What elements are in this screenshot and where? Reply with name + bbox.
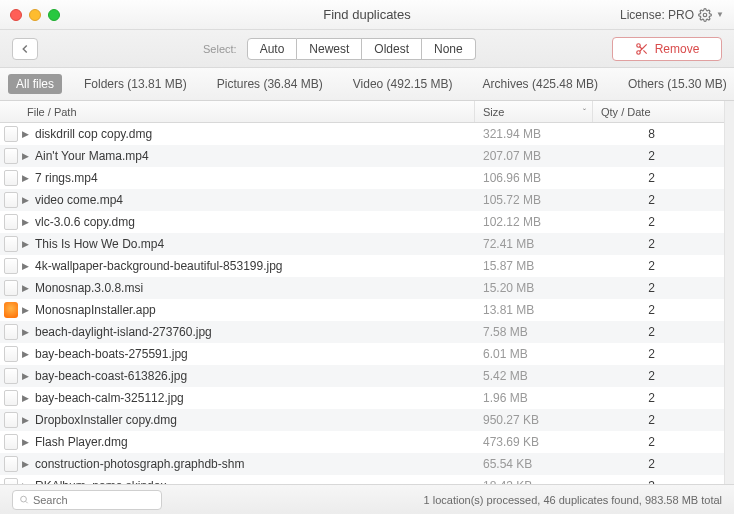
segment-oldest[interactable]: Oldest bbox=[362, 38, 422, 60]
file-type-icon bbox=[0, 214, 22, 230]
fullscreen-icon[interactable] bbox=[48, 9, 60, 21]
disclosure-icon[interactable]: ▶ bbox=[22, 437, 29, 447]
file-size: 15.87 MB bbox=[475, 259, 593, 273]
table-row[interactable]: ▶MonosnapInstaller.app13.81 MB2 bbox=[0, 299, 724, 321]
tab-pictures[interactable]: Pictures (36.84 MB) bbox=[209, 74, 331, 94]
file-name: Ain't Your Mama.mp4 bbox=[35, 149, 149, 163]
disclosure-icon[interactable]: ▶ bbox=[22, 371, 29, 381]
disclosure-icon[interactable]: ▶ bbox=[22, 129, 29, 139]
select-label: Select: bbox=[203, 43, 237, 55]
disclosure-icon[interactable]: ▶ bbox=[22, 459, 29, 469]
toolbar: Select: Auto Newest Oldest None Remove bbox=[0, 30, 734, 68]
column-qty[interactable]: Qty / Date bbox=[593, 101, 724, 122]
tab-archives[interactable]: Archives (425.48 MB) bbox=[475, 74, 606, 94]
disclosure-icon[interactable]: ▶ bbox=[22, 327, 29, 337]
file-type-icon bbox=[0, 126, 22, 142]
file-qty: 2 bbox=[593, 325, 724, 339]
table-row[interactable]: ▶4k-wallpaper-background-beautiful-85319… bbox=[0, 255, 724, 277]
table-row[interactable]: ▶bay-beach-calm-325112.jpg1.96 MB2 bbox=[0, 387, 724, 409]
svg-point-1 bbox=[636, 43, 640, 47]
file-name: bay-beach-coast-613826.jpg bbox=[35, 369, 187, 383]
disclosure-icon[interactable]: ▶ bbox=[22, 195, 29, 205]
table-row[interactable]: ▶RKAlbum_name.skindex18.43 KB3 bbox=[0, 475, 724, 484]
disclosure-icon[interactable]: ▶ bbox=[22, 239, 29, 249]
scissors-icon bbox=[635, 42, 649, 56]
table-row[interactable]: ▶Flash Player.dmg473.69 KB2 bbox=[0, 431, 724, 453]
file-qty: 2 bbox=[593, 281, 724, 295]
file-size: 65.54 KB bbox=[475, 457, 593, 471]
disclosure-icon[interactable]: ▶ bbox=[22, 261, 29, 271]
tab-video[interactable]: Video (492.15 MB) bbox=[345, 74, 461, 94]
table-row[interactable]: ▶bay-beach-coast-613826.jpg5.42 MB2 bbox=[0, 365, 724, 387]
file-name: 4k-wallpaper-background-beautiful-853199… bbox=[35, 259, 283, 273]
file-size: 321.94 MB bbox=[475, 127, 593, 141]
svg-line-5 bbox=[639, 46, 641, 48]
svg-line-4 bbox=[643, 50, 646, 53]
tab-others[interactable]: Others (15.30 MB) bbox=[620, 74, 734, 94]
file-name: diskdrill cop copy.dmg bbox=[35, 127, 152, 141]
disclosure-icon[interactable]: ▶ bbox=[22, 217, 29, 227]
file-name: MonosnapInstaller.app bbox=[35, 303, 156, 317]
table-row[interactable]: ▶ Ain't Your Mama.mp4207.07 MB2 bbox=[0, 145, 724, 167]
disclosure-icon[interactable]: ▶ bbox=[22, 349, 29, 359]
file-name: beach-daylight-island-273760.jpg bbox=[35, 325, 212, 339]
table-row[interactable]: ▶bay-beach-boats-275591.jpg6.01 MB2 bbox=[0, 343, 724, 365]
remove-label: Remove bbox=[655, 42, 700, 56]
arrow-left-icon bbox=[18, 42, 32, 56]
category-tabs: All files Folders (13.81 MB) Pictures (3… bbox=[0, 68, 734, 101]
file-name: construction-photosgraph.graphdb-shm bbox=[35, 457, 244, 471]
file-size: 473.69 KB bbox=[475, 435, 593, 449]
file-name: vlc-3.0.6 copy.dmg bbox=[35, 215, 135, 229]
segment-auto[interactable]: Auto bbox=[247, 38, 298, 60]
search-field[interactable] bbox=[12, 490, 162, 510]
file-qty: 2 bbox=[593, 149, 724, 163]
chevron-down-icon: ▼ bbox=[716, 10, 724, 19]
column-size-label: Size bbox=[483, 106, 504, 118]
disclosure-icon[interactable]: ▶ bbox=[22, 393, 29, 403]
segment-none[interactable]: None bbox=[422, 38, 476, 60]
table-row[interactable]: ▶This Is How We Do.mp472.41 MB2 bbox=[0, 233, 724, 255]
scrollbar[interactable] bbox=[724, 101, 734, 484]
close-icon[interactable] bbox=[10, 9, 22, 21]
file-size: 207.07 MB bbox=[475, 149, 593, 163]
tab-folders[interactable]: Folders (13.81 MB) bbox=[76, 74, 195, 94]
column-size[interactable]: Size ˇ bbox=[475, 101, 593, 122]
table-row[interactable]: ▶diskdrill cop copy.dmg321.94 MB8 bbox=[0, 123, 724, 145]
file-name: Flash Player.dmg bbox=[35, 435, 128, 449]
file-type-icon bbox=[0, 368, 22, 384]
table-row[interactable]: ▶construction-photosgraph.graphdb-shm65.… bbox=[0, 453, 724, 475]
disclosure-icon[interactable]: ▶ bbox=[22, 305, 29, 315]
table-row[interactable]: ▶vlc-3.0.6 copy.dmg102.12 MB2 bbox=[0, 211, 724, 233]
table-row[interactable]: ▶video come.mp4105.72 MB2 bbox=[0, 189, 724, 211]
file-qty: 2 bbox=[593, 303, 724, 317]
sort-desc-icon: ˇ bbox=[583, 107, 586, 117]
table-row[interactable]: ▶beach-daylight-island-273760.jpg7.58 MB… bbox=[0, 321, 724, 343]
disclosure-icon[interactable]: ▶ bbox=[22, 151, 29, 161]
file-size: 106.96 MB bbox=[475, 171, 593, 185]
minimize-icon[interactable] bbox=[29, 9, 41, 21]
file-type-icon bbox=[0, 346, 22, 362]
remove-button[interactable]: Remove bbox=[612, 37, 722, 61]
table-row[interactable]: ▶Monosnap.3.0.8.msi15.20 MB2 bbox=[0, 277, 724, 299]
tab-all-files[interactable]: All files bbox=[8, 74, 62, 94]
svg-line-7 bbox=[26, 501, 28, 503]
search-icon bbox=[19, 494, 29, 505]
file-name: 7 rings.mp4 bbox=[35, 171, 98, 185]
footer: 1 location(s) processed, 46 duplicates f… bbox=[0, 484, 734, 514]
back-button[interactable] bbox=[12, 38, 38, 60]
file-qty: 2 bbox=[593, 215, 724, 229]
table-row[interactable]: ▶DropboxInstaller copy.dmg950.27 KB2 bbox=[0, 409, 724, 431]
disclosure-icon[interactable]: ▶ bbox=[22, 173, 29, 183]
svg-point-2 bbox=[636, 50, 640, 54]
file-type-icon bbox=[0, 412, 22, 428]
file-type-icon bbox=[0, 192, 22, 208]
disclosure-icon[interactable]: ▶ bbox=[22, 415, 29, 425]
svg-point-0 bbox=[703, 13, 707, 17]
column-file[interactable]: File / Path bbox=[0, 101, 475, 122]
disclosure-icon[interactable]: ▶ bbox=[22, 283, 29, 293]
search-input[interactable] bbox=[33, 494, 155, 506]
license-badge[interactable]: License: PRO ▼ bbox=[620, 8, 724, 22]
file-size: 13.81 MB bbox=[475, 303, 593, 317]
table-row[interactable]: ▶7 rings.mp4106.96 MB2 bbox=[0, 167, 724, 189]
segment-newest[interactable]: Newest bbox=[297, 38, 362, 60]
